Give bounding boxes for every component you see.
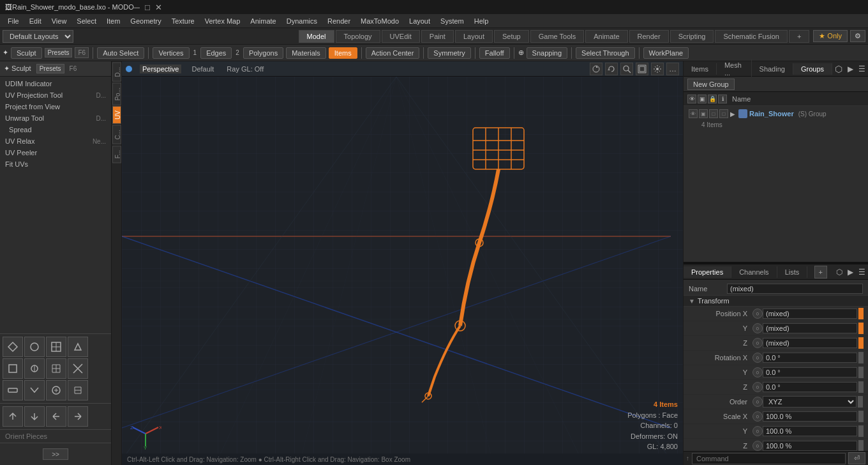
viewport-canvas[interactable]: 4 Items Polygons : Face Channels: 0 Defo… (122, 77, 683, 465)
prop-tab-properties[interactable]: Properties (684, 266, 731, 278)
gear-btn[interactable]: ⚙ (850, 30, 865, 42)
group-name[interactable]: Rain_Shower (749, 110, 794, 118)
prop-more-icon[interactable]: ▶ (845, 268, 856, 277)
position-z-input[interactable] (763, 338, 857, 348)
falloff-btn[interactable]: Falloff (479, 47, 510, 59)
menu-maxtomodo[interactable]: MaxToModo (355, 16, 404, 26)
menu-layout[interactable]: Layout (404, 16, 435, 26)
menu-texture[interactable]: Texture (167, 16, 200, 26)
edges-btn[interactable]: Edges (200, 47, 232, 59)
menu-select[interactable]: Select (71, 16, 101, 26)
scene-row-rain-shower[interactable]: 👁 ▣ □ □ ▶ Rain_Shower (S) Group (685, 107, 867, 120)
auto-select-btn[interactable]: Auto Select (97, 47, 144, 59)
tool-icon-5[interactable] (3, 358, 23, 379)
panel-expand-icon[interactable]: ⬡ (832, 64, 845, 74)
order-select[interactable]: XYZ (763, 396, 857, 408)
menu-render[interactable]: Render (322, 16, 355, 26)
vp-perspective-btn[interactable]: Perspective (140, 65, 181, 73)
tool-icon-1[interactable] (3, 337, 23, 357)
tool-spread[interactable]: Spread (0, 124, 111, 135)
scale-z-input[interactable] (763, 441, 857, 451)
prop-tab-lists[interactable]: Lists (777, 266, 808, 278)
scale-x-input[interactable] (763, 411, 857, 422)
symmetry-btn[interactable]: Symmetry (428, 47, 471, 59)
menu-system[interactable]: System (435, 16, 469, 26)
side-tab-po[interactable]: Po... (112, 83, 121, 105)
tool-icon-2[interactable] (24, 337, 45, 357)
position-y-input[interactable] (763, 323, 857, 333)
items-tab-shading[interactable]: Shading (752, 63, 793, 75)
arrow-left-btn[interactable] (46, 406, 66, 427)
maximize-btn[interactable]: □ (145, 3, 150, 12)
render-icon[interactable]: ▣ (699, 109, 708, 118)
side-tab-c[interactable]: C... (112, 125, 121, 144)
minimize-btn[interactable]: ─ (134, 3, 140, 12)
arrow-up-btn[interactable] (3, 406, 23, 427)
tab-scripting[interactable]: Scripting (670, 30, 714, 43)
menu-help[interactable]: Help (469, 16, 494, 26)
items-tab-items[interactable]: Items (684, 63, 717, 75)
menu-view[interactable]: View (47, 16, 72, 26)
menu-vertex-map[interactable]: Vertex Map (200, 16, 246, 26)
menu-geometry[interactable]: Geometry (125, 16, 166, 26)
arrow-down-btn[interactable] (24, 406, 45, 427)
workplane-btn[interactable]: WorkPlane (643, 47, 689, 59)
tool-uv-projection[interactable]: UV Projection ToolD... (0, 89, 111, 101)
tool-icon-9[interactable] (3, 380, 23, 400)
star-only-btn[interactable]: ★ Only (813, 30, 848, 42)
menu-animate[interactable]: Animate (245, 16, 281, 26)
prop-add-btn[interactable]: + (814, 266, 827, 278)
presets-btn[interactable]: Presets (45, 48, 73, 57)
scale-y-lock[interactable]: ○ (752, 426, 763, 436)
panel-settings-icon[interactable]: ☰ (856, 65, 868, 73)
command-input[interactable] (692, 453, 846, 464)
tab-game-tools[interactable]: Game Tools (530, 30, 585, 43)
presets-small-btn[interactable]: Presets (36, 64, 64, 73)
prop-settings-icon[interactable]: ☰ (856, 268, 868, 277)
scale-z-lock[interactable]: ○ (752, 441, 763, 451)
tab-model[interactable]: Model (299, 30, 334, 43)
action-center-btn[interactable]: Action Center (366, 47, 420, 59)
name-input[interactable] (727, 284, 863, 294)
vp-ctrl-zoom[interactable] (620, 63, 633, 75)
vp-ctrl-reset[interactable] (605, 63, 618, 75)
tool-icon-7[interactable] (46, 358, 66, 379)
tool-icon-11[interactable] (46, 380, 66, 400)
rot-z-lock[interactable]: ○ (752, 382, 763, 392)
materials-btn[interactable]: Materials (286, 47, 326, 59)
scale-x-lock[interactable]: ○ (752, 411, 763, 422)
transform-section[interactable]: ▼ Transform (684, 296, 868, 307)
tool-icon-3[interactable] (46, 337, 66, 357)
items-btn[interactable]: Items (329, 47, 357, 59)
vertices-btn[interactable]: Vertices (153, 47, 189, 59)
vp-ctrl-rotate[interactable] (590, 63, 602, 75)
eye-icon[interactable]: 👁 (689, 109, 698, 118)
new-group-btn[interactable]: New Group (687, 79, 735, 90)
vp-ctrl-frame[interactable] (636, 63, 648, 75)
tab-render[interactable]: Render (629, 30, 669, 43)
order-lock[interactable]: ○ (752, 397, 763, 407)
prop-tab-channels[interactable]: Channels (731, 266, 777, 278)
snapping-btn[interactable]: Snapping (527, 47, 568, 59)
f6-small[interactable]: F6 (70, 65, 77, 72)
tool-udim-indicator[interactable]: UDIM Indicator (0, 78, 111, 89)
arrow-right-btn[interactable] (68, 406, 88, 427)
cmd-exec-btn[interactable]: ⏎ (848, 452, 865, 464)
pos-x-lock[interactable]: ○ (752, 309, 763, 319)
info-icon[interactable]: □ (719, 109, 728, 118)
tool-uv-relax[interactable]: UV RelaxNe... (0, 135, 111, 147)
select-through-btn[interactable]: Select Through (576, 47, 634, 59)
menu-item[interactable]: Item (101, 16, 125, 26)
side-tab-uv[interactable]: UV (112, 106, 121, 124)
side-tab-d[interactable]: D... (112, 63, 121, 82)
rot-x-lock[interactable]: ○ (752, 353, 763, 363)
tab-schematic-fusion[interactable]: Schematic Fusion (715, 30, 787, 43)
vp-default-btn[interactable]: Default (189, 65, 216, 73)
expand-btn[interactable]: >> (43, 448, 68, 460)
prop-expand-icon[interactable]: ⬡ (834, 268, 845, 277)
rot-y-lock[interactable]: ○ (752, 367, 763, 377)
vp-ctrl-more[interactable]: … (666, 63, 679, 75)
scale-y-input[interactable] (763, 426, 857, 436)
tool-icon-4[interactable] (68, 337, 88, 357)
tab-layout[interactable]: Layout (455, 30, 493, 43)
